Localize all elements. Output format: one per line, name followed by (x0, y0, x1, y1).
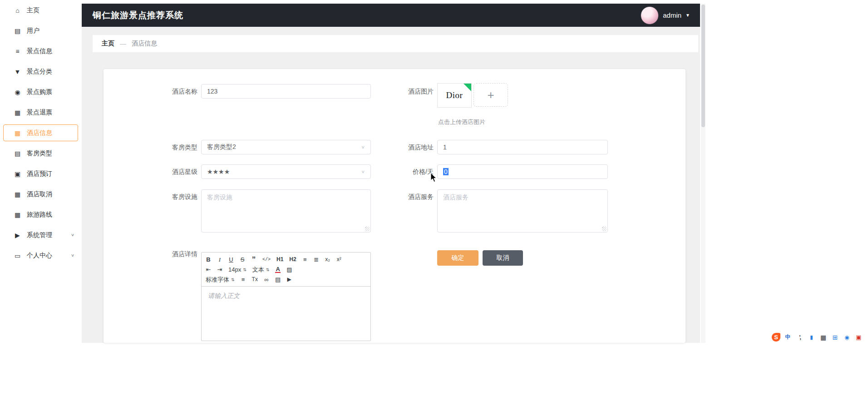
green-corner-icon (464, 84, 471, 91)
skin-icon[interactable]: ◉ (843, 333, 851, 342)
hotel-star-select[interactable]: ★★★★ ∨ (201, 164, 371, 179)
bullet-list-icon[interactable]: ≣ (314, 256, 319, 263)
breadcrumb-separator: — (120, 40, 126, 47)
chevron-down-icon: ∨ (71, 233, 74, 237)
price-value-selected: 0 (443, 168, 449, 175)
thumbnail-brand-text: Dior (446, 90, 463, 100)
sidebar-item-label: 景点分类 (27, 68, 52, 76)
link-icon[interactable]: ∞ (264, 276, 269, 283)
chevron-down-icon: ∨ (361, 145, 365, 150)
editor-content-area[interactable]: 请输入正文 (202, 287, 370, 343)
upload-image-button[interactable]: + (473, 83, 508, 107)
subscript-icon[interactable]: x₂ (325, 256, 330, 263)
more-tools-icon[interactable]: ▣ (854, 333, 863, 342)
strikethrough-icon[interactable]: S (240, 256, 245, 263)
sidebar-item-label: 旅游路线 (27, 211, 52, 219)
toolbar-row-2: ⇤ ⇥ 14px ⇅ 文本 ⇅ A ▨ (206, 265, 366, 274)
updown-icon: ⇅ (243, 267, 247, 272)
indent-icon[interactable]: ⇥ (217, 266, 222, 273)
ime-toolbar: S 中 ’, ▮ ▦ ⊞ ◉ ▣ (772, 333, 863, 342)
sidebar-item-hotel-cancel[interactable]: ▦ 酒店取消 (0, 184, 82, 204)
sidebar-item-home[interactable]: ⌂ 主页 (0, 0, 82, 20)
upload-hint: 点击上传酒店图片 (438, 118, 485, 126)
underline-icon[interactable]: U (228, 256, 234, 263)
page-scrollbar (701, 4, 705, 343)
sidebar-item-personal-center[interactable]: ▭ 个人中心 ∨ (0, 245, 82, 266)
scrollbar-thumb[interactable] (701, 5, 705, 127)
sidebar-item-system-management[interactable]: ▶ 系统管理 ∨ (0, 225, 82, 245)
users-icon: ▤ (14, 27, 21, 35)
card-icon: ▭ (14, 252, 21, 259)
avatar (641, 6, 659, 25)
ordered-list-icon[interactable]: ≡ (302, 256, 308, 263)
keyboard-icon[interactable]: ▦ (819, 333, 828, 342)
room-type-select[interactable]: 客房类型2 ∨ (201, 140, 371, 154)
grid-icon: ▦ (14, 129, 21, 137)
confirm-button[interactable]: 确定 (437, 250, 478, 266)
sogou-icon[interactable]: S (772, 333, 780, 342)
clear-format-icon[interactable]: Tx (252, 276, 258, 283)
sidebar-item-label: 景点信息 (27, 47, 52, 55)
sidebar-item-label: 景点购票 (27, 88, 52, 96)
list-icon: ≡ (14, 48, 21, 55)
desktop: ⌂ 主页 ▤ 用户 ≡ 景点信息 ▼ 景点分类 ◉ 景点购票 ▦ 景点退票 ▦ … (0, 0, 868, 416)
breadcrumb: 主页 — 酒店信息 (93, 35, 698, 52)
sidebar-item-label: 主页 (27, 6, 39, 15)
sidebar-item-attraction-category[interactable]: ▼ 景点分类 (0, 61, 82, 82)
italic-icon[interactable]: I (217, 256, 222, 263)
user-menu[interactable]: admin ▼ (641, 4, 690, 27)
superscript-icon[interactable]: x² (336, 256, 342, 263)
sidebar-item-attraction-info[interactable]: ≡ 景点信息 (0, 41, 82, 61)
mic-icon[interactable]: ▮ (807, 333, 816, 342)
service-textarea[interactable]: 酒店服务 (437, 189, 608, 233)
page-title: 铜仁旅游景点推荐系统 (93, 10, 183, 21)
sidebar-item-users[interactable]: ▤ 用户 (0, 20, 82, 41)
align-icon[interactable]: ≡ (241, 276, 246, 283)
font-family-select[interactable]: 标准字体 ⇅ (206, 276, 235, 284)
punctuation-icon[interactable]: ’, (795, 333, 804, 342)
breadcrumb-home[interactable]: 主页 (102, 40, 114, 48)
code-block-icon[interactable]: </> (262, 256, 271, 263)
hotel-address-input[interactable] (437, 140, 608, 154)
user-dropdown-icon: ▼ (686, 13, 690, 18)
grid-icon: ▦ (14, 211, 21, 218)
outdent-icon[interactable]: ⇤ (206, 266, 211, 273)
hotel-name-input[interactable] (201, 84, 371, 99)
image-icon[interactable]: ▤ (275, 276, 281, 283)
resize-grip-icon[interactable] (365, 227, 370, 231)
highlight-color-icon[interactable]: ▨ (286, 266, 292, 273)
font-size-select[interactable]: 14px ⇅ (228, 266, 247, 273)
heading2-icon[interactable]: H2 (289, 256, 296, 263)
heading1-icon[interactable]: H1 (276, 256, 283, 263)
price-input[interactable]: 0 (437, 164, 608, 179)
bold-icon[interactable]: B (206, 256, 211, 263)
sidebar-item-room-type[interactable]: ▤ 客房类型 (0, 143, 82, 163)
rich-text-editor: B I U S ” </> H1 H2 ≡ ≣ x₂ x² ⇤ (201, 252, 371, 341)
hotel-image-thumbnail[interactable]: Dior (437, 83, 472, 108)
toolbox-icon[interactable]: ⊞ (831, 333, 839, 342)
text-color-icon[interactable]: A (275, 267, 281, 273)
send-icon: ▶ (14, 232, 21, 239)
editor-placeholder: 请输入正文 (208, 292, 240, 299)
sidebar-item-travel-route[interactable]: ▦ 旅游路线 (0, 204, 82, 225)
sidebar-item-attraction-refund[interactable]: ▦ 景点退票 (0, 102, 82, 123)
facilities-textarea[interactable]: 客房设施 (201, 189, 371, 233)
sidebar-item-hotel-booking[interactable]: ▣ 酒店预订 (0, 163, 82, 184)
sidebar-item-label: 客房类型 (27, 149, 52, 158)
resize-grip-icon[interactable] (602, 227, 607, 231)
hotel-star-label: 酒店星级 (129, 164, 197, 179)
printer-icon: ▣ (14, 170, 21, 178)
filter-icon: ▼ (14, 68, 21, 75)
text-style-select[interactable]: 文本 ⇅ (252, 266, 270, 274)
sidebar-item-attraction-ticket[interactable]: ◉ 景点购票 (0, 82, 82, 102)
video-icon[interactable]: ▶ (286, 276, 292, 283)
cancel-button[interactable]: 取消 (483, 250, 523, 266)
blockquote-icon[interactable]: ” (251, 258, 256, 262)
chinese-mode-icon[interactable]: 中 (784, 333, 792, 342)
sidebar-item-label: 酒店信息 (27, 129, 52, 137)
facilities-label: 客房设施 (129, 189, 197, 204)
grid-icon: ▦ (14, 109, 21, 116)
room-type-label: 客房类型 (129, 140, 197, 154)
sidebar-item-hotel-info[interactable]: ▦ 酒店信息 (0, 123, 82, 143)
hotel-name-label: 酒店名称 (129, 84, 197, 99)
